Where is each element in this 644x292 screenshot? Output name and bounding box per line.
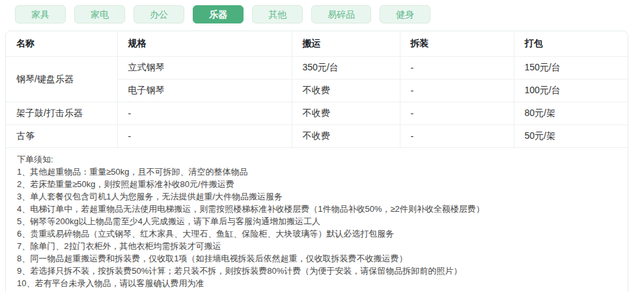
note-item: 5、钢琴等200kg以上物品需至少4人完成搬运，请下单后与客服沟通增加搬运工人 (17, 215, 615, 227)
table-cell: - (400, 125, 514, 148)
table-row: 古筝-不收费-50元/架 (6, 125, 628, 148)
table-cell: 100元/台 (514, 80, 628, 102)
table-cell: - (400, 102, 514, 125)
notes-title: 下单须知: (17, 153, 615, 166)
category-tab[interactable]: 家具 (15, 5, 66, 23)
pricing-table-header-row: 名称规格搬运拆装打包 (6, 31, 628, 57)
column-header: 名称 (6, 31, 117, 57)
category-tab[interactable]: 健身 (380, 5, 430, 23)
order-notes: 下单须知: 1、其他超重物品：重量≥50kg，且不可拆卸、清空的整体物品2、若床… (6, 148, 628, 292)
table-cell: 80元/架 (514, 102, 628, 125)
notes-list: 1、其他超重物品：重量≥50kg，且不可拆卸、清空的整体物品2、若床垫重量≥50… (17, 166, 615, 289)
category-tab[interactable]: 易碎品 (311, 5, 371, 23)
column-header: 规格 (117, 31, 292, 57)
pricing-table: 名称规格搬运拆装打包 钢琴/键盘乐器立式钢琴350元/台-150元/台电子钢琴不… (6, 31, 628, 148)
category-tab-active[interactable]: 乐器 (193, 5, 244, 23)
note-item: 8、同一物品超重搬运费和拆装费，仅收取1项（如挂墙电视拆装后依然超重，仅收取拆装… (17, 252, 615, 265)
note-item: 7、除单门、2拉门衣柜外，其他衣柜均需拆装才可搬运 (17, 240, 615, 252)
pricing-panel: 名称规格搬运拆装打包 钢琴/键盘乐器立式钢琴350元/台-150元/台电子钢琴不… (5, 31, 628, 292)
note-item: 6、贵重或易碎物品（立式钢琴、红木家具、大理石、鱼缸、保险柜、大块玻璃等）默认必… (17, 227, 615, 240)
note-item: 2、若床垫重量≥50kg，则按照超重标准补收80元/件搬运费 (17, 178, 615, 190)
table-cell: 电子钢琴 (117, 80, 292, 102)
note-item: 3、单人套餐仅包含司机1人为您服务，无法提供超重/大件物品搬运服务 (17, 190, 615, 203)
table-cell: - (117, 102, 292, 125)
column-header: 搬运 (292, 31, 400, 57)
pricing-table-body: 钢琴/键盘乐器立式钢琴350元/台-150元/台电子钢琴不收费-100元/台架子… (6, 57, 628, 148)
table-cell: 不收费 (292, 125, 400, 148)
table-cell: 架子鼓/打击乐器 (6, 102, 117, 125)
category-tab[interactable]: 办公 (133, 5, 184, 23)
table-cell: 50元/架 (514, 125, 628, 148)
column-header: 打包 (514, 31, 628, 57)
table-cell: 150元/台 (514, 57, 628, 80)
table-cell: - (117, 125, 292, 148)
table-cell: 立式钢琴 (117, 57, 292, 80)
category-tab[interactable]: 家电 (74, 5, 125, 23)
note-item: 4、电梯订单中，若超重物品无法使用电梯搬运，则需按照楼梯标准补收楼层费（1件物品… (17, 203, 615, 215)
table-cell: 不收费 (292, 102, 400, 125)
note-item: 1、其他超重物品：重量≥50kg，且不可拆卸、清空的整体物品 (17, 166, 615, 178)
table-cell: 不收费 (292, 80, 400, 102)
note-item: 10、若有平台未录入物品，请以客服确认费用为准 (17, 277, 615, 289)
note-item: 9、若选择只拆不装，按拆装费50%计算；若只装不拆，则按拆装费80%计费（为便于… (17, 265, 615, 277)
table-cell: 钢琴/键盘乐器 (6, 57, 117, 102)
table-row: 钢琴/键盘乐器立式钢琴350元/台-150元/台 (6, 57, 628, 80)
category-tab[interactable]: 其他 (252, 5, 303, 23)
table-row: 架子鼓/打击乐器-不收费-80元/架 (6, 102, 628, 125)
table-cell: 350元/台 (292, 57, 400, 80)
category-tabs: 家具家电办公乐器其他易碎品健身 (0, 0, 644, 23)
table-cell: - (400, 80, 514, 102)
table-cell: - (400, 57, 514, 80)
column-header: 拆装 (400, 31, 514, 57)
table-cell: 古筝 (6, 125, 117, 148)
